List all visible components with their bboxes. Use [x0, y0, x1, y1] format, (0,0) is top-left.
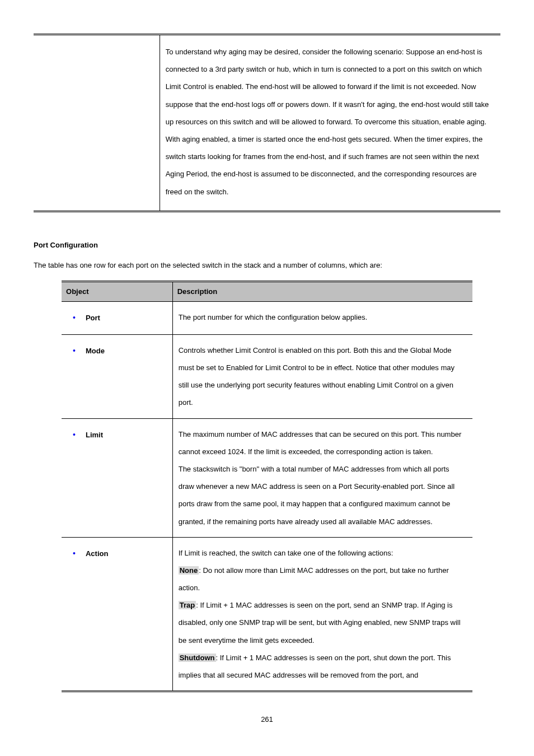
none-text: : Do not allow more than Limit MAC addre… [179, 566, 449, 592]
action-intro: If Limit is reached, the switch can take… [179, 544, 467, 562]
table-row: Action If Limit is reached, the switch c… [62, 537, 472, 692]
action-shutdown: Shutdown: If Limit + 1 MAC addresses is … [179, 649, 467, 684]
port-configuration-table: Object Description Port The port number … [62, 281, 472, 692]
row-mode-description: Controls whether Limit Control is enable… [172, 334, 472, 418]
aging-description-table: To understand why aging may be desired, … [34, 34, 500, 212]
row-action-description: If Limit is reached, the switch can take… [172, 537, 472, 692]
action-trap: Trap: If Limit + 1 MAC addresses is seen… [179, 596, 467, 649]
header-description: Description [172, 282, 472, 302]
aging-description-cell: To understand why aging may be desired, … [160, 35, 500, 212]
row-port-object: Port [62, 302, 172, 335]
limit-desc-para2: The stackswitch is "born" with a total n… [179, 460, 467, 530]
label-none: None [179, 566, 199, 575]
header-object: Object [62, 282, 172, 302]
shutdown-text: : If Limit + 1 MAC addresses is seen on … [179, 654, 451, 679]
row-limit-description: The maximum number of MAC addresses that… [172, 418, 472, 537]
page-number: 261 [34, 715, 500, 725]
row-action-object: Action [62, 537, 172, 692]
row-limit-object: Limit [62, 418, 172, 537]
table-row: Port The port number for which the confi… [62, 302, 472, 335]
aging-row-label-cell [34, 35, 160, 212]
row-port-description: The port number for which the configurat… [172, 302, 472, 335]
aging-description-text: To understand why aging may be desired, … [166, 43, 495, 200]
section-heading-port-configuration: Port Configuration [34, 240, 500, 250]
action-none: None: Do not allow more than Limit MAC a… [179, 562, 467, 596]
row-mode-object: Mode [62, 334, 172, 418]
port-table-header-row: Object Description [62, 282, 472, 302]
label-shutdown: Shutdown [179, 654, 216, 662]
table-row: Mode Controls whether Limit Control is e… [62, 334, 472, 418]
port-config-intro: The table has one row for each port on t… [34, 260, 500, 270]
label-trap: Trap [179, 601, 196, 609]
limit-desc-para1: The maximum number of MAC addresses that… [179, 426, 467, 460]
trap-text: : If Limit + 1 MAC addresses is seen on … [179, 601, 461, 644]
table-row: Limit The maximum number of MAC addresse… [62, 418, 472, 537]
